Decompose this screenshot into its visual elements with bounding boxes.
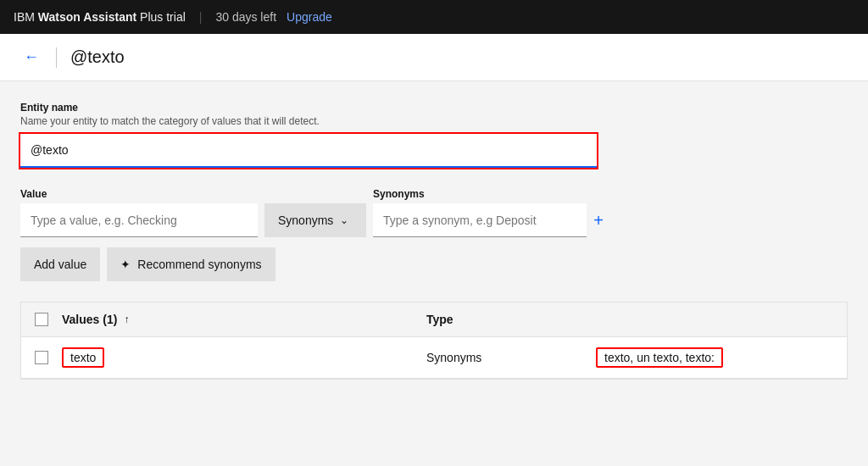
upgrade-link[interactable]: Upgrade <box>287 10 332 24</box>
values-table: Values (1) ↑ Type texto Synonyms texto, … <box>20 302 848 380</box>
type-dropdown-label: Synonyms <box>278 214 333 227</box>
page-title: @texto <box>70 47 125 67</box>
navbar-divider: | <box>199 10 203 24</box>
entity-name-description: Name your entity to match the category o… <box>20 115 848 127</box>
row-synonyms-cell: texto, un texto, texto: <box>596 347 833 368</box>
row-checkbox[interactable] <box>35 351 48 364</box>
synonyms-field-group: Synonyms + <box>373 188 610 237</box>
header-checkbox-cell <box>35 313 62 326</box>
value-synonyms-row: Value Synonyms ⌄ Synonyms + <box>20 188 848 237</box>
navbar: IBM Watson Assistant Plus trial | 30 day… <box>0 0 868 34</box>
page-header: ← @texto <box>0 34 868 81</box>
value-field-group: Value <box>20 188 258 237</box>
recommend-synonyms-label: Recommend synonyms <box>137 258 261 271</box>
table-header: Values (1) ↑ Type <box>21 302 847 337</box>
row-checkbox-cell <box>35 351 62 364</box>
value-label: Value <box>20 188 258 200</box>
days-left: 30 days left <box>215 10 276 24</box>
values-column-header: Values (1) ↑ <box>62 313 426 326</box>
action-buttons: Add value ✦ Recommend synonyms <box>20 247 848 281</box>
back-icon: ← <box>24 48 39 66</box>
synonyms-input-row: + <box>373 203 610 237</box>
table-row: texto Synonyms texto, un texto, texto: <box>21 337 847 379</box>
type-dropdown[interactable]: Synonyms ⌄ <box>264 203 366 237</box>
back-button[interactable]: ← <box>20 45 42 69</box>
recommend-icon: ✦ <box>120 258 131 271</box>
type-column-header: Type <box>426 313 596 326</box>
value-tag: texto <box>62 347 104 368</box>
add-synonym-button[interactable]: + <box>587 203 610 237</box>
add-value-button[interactable]: Add value <box>20 247 100 281</box>
main-content: Entity name Name your entity to match th… <box>0 81 868 466</box>
entity-name-label: Entity name <box>20 102 848 114</box>
value-input[interactable] <box>20 203 258 237</box>
synonyms-label: Synonyms <box>373 188 610 200</box>
chevron-down-icon: ⌄ <box>340 214 348 226</box>
entity-name-input[interactable] <box>20 134 597 168</box>
synonyms-tag: texto, un texto, texto: <box>596 347 723 368</box>
row-type-cell: Synonyms <box>426 351 596 364</box>
sort-icon[interactable]: ↑ <box>124 313 129 325</box>
brand-text: IBM Watson Assistant Plus trial <box>14 10 186 24</box>
header-divider <box>56 47 57 68</box>
entity-input-wrapper <box>20 134 597 168</box>
synonym-input[interactable] <box>373 203 587 237</box>
plus-icon: + <box>593 211 604 230</box>
row-value-cell: texto <box>62 347 426 368</box>
select-all-checkbox[interactable] <box>35 313 48 326</box>
entity-name-section: Entity name Name your entity to match th… <box>20 102 848 168</box>
recommend-synonyms-button[interactable]: ✦ Recommend synonyms <box>107 247 275 281</box>
